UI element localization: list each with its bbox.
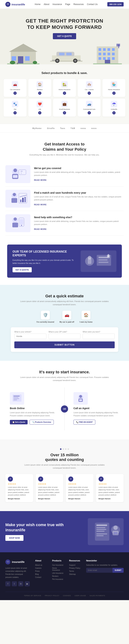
product-card[interactable]: ☂️ Umbrella + bbox=[102, 99, 126, 116]
read-more-link[interactable]: READ MORE bbox=[34, 179, 46, 181]
nav-contact[interactable]: Contact Us bbox=[87, 3, 98, 6]
product-add-button[interactable]: + bbox=[63, 111, 66, 114]
newsletter-submit[interactable]: SUBMIT bbox=[112, 568, 124, 573]
get-quote-button[interactable]: 📋 Get a Quote bbox=[10, 420, 28, 424]
estimate-option[interactable]: 🛡️ I'm currently insured bbox=[36, 310, 54, 323]
dot-1[interactable] bbox=[60, 448, 62, 450]
footer-resources-links: SupportPrivacy PolicyTermsSitemap bbox=[69, 564, 81, 575]
product-add-button[interactable]: + bbox=[14, 111, 17, 114]
nav-resources[interactable]: Resources bbox=[74, 3, 84, 6]
product-icon: 🏪 bbox=[111, 81, 117, 88]
product-card[interactable]: ❤️ Life + bbox=[28, 99, 51, 116]
product-card[interactable]: 🚙 Commercial Auto + bbox=[78, 99, 101, 116]
footer-bottom-link[interactable]: PRIVACY POLICY bbox=[45, 595, 59, 596]
dot-2[interactable] bbox=[62, 448, 64, 450]
vehicle-input[interactable] bbox=[14, 334, 46, 339]
nav-phone[interactable]: 080 233 1234 bbox=[107, 2, 124, 6]
footer-link-products[interactable]: Life Insurance bbox=[52, 572, 64, 574]
dot-3[interactable] bbox=[65, 448, 66, 450]
product-add-button[interactable]: + bbox=[14, 92, 17, 95]
cta-headline: Make your wish come true with insuranlif… bbox=[6, 522, 84, 532]
footer-link-products[interactable]: Home Insurance bbox=[52, 567, 64, 571]
youtube-icon[interactable]: ▶ bbox=[25, 581, 30, 586]
feature-row: Need help with something else? Lorem ips… bbox=[6, 211, 124, 236]
product-card[interactable]: 💼 Small Business + bbox=[53, 99, 76, 116]
estimate-option[interactable]: 🚗 My car is paid off bbox=[60, 310, 74, 323]
footer-link-resources[interactable]: Sitemap bbox=[69, 573, 81, 575]
estimate-option-icon: 🏠 bbox=[82, 310, 90, 320]
hero-cta-button[interactable]: GET A QUOTE bbox=[53, 33, 76, 39]
feature-row: Find a match and save hundreds every yea… bbox=[6, 186, 124, 211]
footer-link-about[interactable]: Blog bbox=[35, 573, 47, 575]
products-overview-button[interactable]: 🔍 Products Overview bbox=[30, 420, 54, 424]
svg-rect-88 bbox=[114, 532, 118, 534]
read-more-link[interactable]: READ MORE bbox=[34, 204, 46, 206]
nav-page[interactable]: Page bbox=[65, 3, 70, 6]
logo[interactable]: 🛡 insuranlife bbox=[6, 2, 25, 7]
instagram-icon[interactable]: in bbox=[18, 581, 23, 586]
nav-home[interactable]: Home bbox=[35, 3, 40, 6]
dot-4[interactable] bbox=[68, 448, 69, 450]
footer-link-about[interactable]: Press bbox=[35, 570, 47, 572]
review-avatar: 7 bbox=[98, 476, 104, 482]
footer-link-resources[interactable]: Privacy Policy bbox=[69, 567, 81, 569]
experts-banner: OUR TEAM OF LECENSED INSURANCE EXPERTS E… bbox=[7, 244, 122, 278]
hero-headline-line2: TO KEEP MOVING FORWARD bbox=[27, 24, 102, 30]
nav-insurance[interactable]: Insurance bbox=[52, 3, 62, 6]
nav-about[interactable]: About bbox=[44, 3, 49, 6]
product-card[interactable]: 🏡 Home Insurance + bbox=[53, 79, 76, 97]
read-more-link[interactable]: READ MORE bbox=[34, 228, 46, 230]
footer-link-about[interactable]: Careers bbox=[35, 567, 47, 569]
twitter-icon[interactable]: t bbox=[12, 581, 17, 586]
experts-cta-button[interactable]: GET A QUOTE bbox=[12, 267, 32, 272]
svg-rect-64 bbox=[98, 262, 108, 263]
review-author: Morgan Hansen bbox=[38, 498, 61, 500]
product-card[interactable]: 🏘️ Car + Home + bbox=[78, 79, 101, 97]
svg-rect-83 bbox=[96, 534, 107, 534]
svg-rect-2 bbox=[18, 56, 23, 64]
footer-bottom-link[interactable]: COOKIES bbox=[63, 595, 71, 596]
product-add-button[interactable]: + bbox=[63, 92, 66, 95]
product-label: Home Insurance bbox=[104, 89, 124, 90]
svg-rect-24 bbox=[112, 48, 115, 51]
footer-bottom-link[interactable]: USER USAGE bbox=[74, 595, 86, 596]
estimate-section: Get a quick estimate Lorem ipsum dolor s… bbox=[0, 285, 129, 360]
footer-link-about[interactable]: Contact bbox=[35, 576, 47, 578]
savings-input[interactable] bbox=[82, 334, 115, 339]
zip-input[interactable] bbox=[48, 334, 80, 339]
footer-link-resources[interactable]: Terms bbox=[69, 570, 81, 572]
footer-bottom-link[interactable]: SALES PAYMENTS bbox=[90, 595, 105, 596]
product-icon: 🏘️ bbox=[86, 81, 92, 88]
footer-products-col: Products Car InsuranceHome InsuranceLife… bbox=[52, 560, 64, 586]
product-add-button[interactable]: + bbox=[88, 92, 91, 95]
product-add-button[interactable]: + bbox=[38, 111, 42, 114]
start-subtitle: Lorem ipsum dolor sit amet consecutively… bbox=[20, 376, 109, 382]
facebook-icon[interactable]: f bbox=[6, 581, 10, 586]
product-add-button[interactable]: + bbox=[88, 111, 91, 114]
svg-rect-23 bbox=[108, 48, 110, 51]
product-card[interactable]: 🏪 Home Insurance + bbox=[102, 79, 126, 97]
product-card[interactable]: 🐾 Pet + bbox=[4, 99, 26, 116]
footer-link-products[interactable]: Car Insurance bbox=[52, 564, 64, 566]
hero-illustration bbox=[4, 43, 126, 64]
review-avatar: 7 bbox=[8, 476, 13, 482]
estimate-option-label: I own my home bbox=[80, 321, 92, 323]
estimate-option[interactable]: 🏠 I own my home bbox=[80, 310, 92, 323]
cta-illustration bbox=[88, 518, 124, 545]
product-card[interactable]: 🚗 Car Insurance + bbox=[4, 79, 26, 97]
find-agent-button[interactable]: 📞 FIND AN AGENT bbox=[74, 420, 95, 424]
footer-bottom-link[interactable]: TERMS OF SERVICE bbox=[24, 595, 41, 596]
product-add-button[interactable]: + bbox=[112, 92, 116, 95]
cta-shop-button[interactable]: SHOP NOW bbox=[6, 535, 24, 541]
product-add-button[interactable]: + bbox=[38, 92, 42, 95]
newsletter-form: SUBMIT bbox=[86, 568, 124, 573]
footer-link-products[interactable]: Renters bbox=[52, 575, 64, 577]
footer-link-resources[interactable]: Support bbox=[69, 564, 81, 566]
footer-link-products[interactable]: Pet Insurance bbox=[52, 578, 64, 580]
product-add-button[interactable]: + bbox=[112, 111, 116, 114]
svg-rect-84 bbox=[96, 535, 104, 536]
newsletter-input[interactable] bbox=[86, 568, 112, 573]
product-card[interactable]: 🏠 Renters + bbox=[28, 79, 51, 97]
footer-link-about[interactable]: About us bbox=[35, 564, 47, 566]
submit-button[interactable]: SUBMIT BUTTON bbox=[14, 342, 115, 348]
